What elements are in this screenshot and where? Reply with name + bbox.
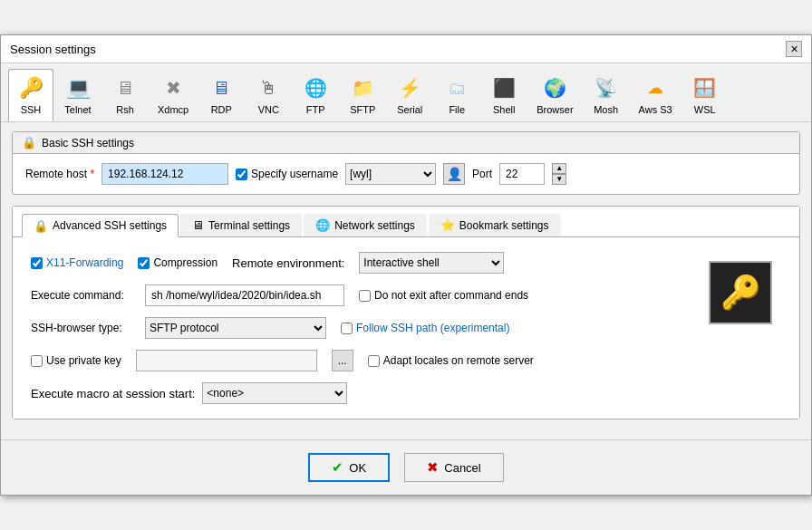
session-settings-dialog: Session settings ✕ 🔑 SSH 💻 Telnet 🖥 Rsh … <box>0 34 812 496</box>
main-content: 🔒 Basic SSH settings Remote host * Speci… <box>1 122 811 439</box>
proto-telnet[interactable]: 💻 Telnet <box>55 69 101 121</box>
macro-label: Execute macro at session start: <box>31 387 195 400</box>
proto-telnet-label: Telnet <box>64 104 91 115</box>
x11-checkbox-label[interactable]: X11-Forwarding <box>31 256 123 269</box>
proto-shell-label: Shell <box>493 104 515 115</box>
private-key-input[interactable] <box>136 350 317 371</box>
private-key-browse-button[interactable]: ... <box>332 350 353 371</box>
specify-username-checkbox[interactable] <box>236 169 247 180</box>
proto-xdmcp[interactable]: ✖ Xdmcp <box>150 69 197 121</box>
execute-cmd-label: Execute command: <box>31 289 130 302</box>
ssh-browser-select[interactable]: SFTP protocol SCP protocol <box>145 317 326 339</box>
file-icon: 🗂 <box>442 73 471 102</box>
remote-host-input[interactable] <box>102 163 228 185</box>
user-icon-button[interactable]: 👤 <box>443 163 465 185</box>
advanced-content: X11-Forwarding Compression Remote enviro… <box>13 237 799 419</box>
adv-row-4: Use private key ... Adapt locales on rem… <box>31 350 694 371</box>
network-icon: 🌐 <box>315 218 330 232</box>
specify-username-label: Specify username <box>251 168 338 180</box>
proto-rdp-label: RDP <box>211 104 232 115</box>
proto-browser-label: Browser <box>536 104 573 115</box>
basic-ssh-header: 🔒 Basic SSH settings <box>13 132 799 154</box>
execute-cmd-input[interactable] <box>145 284 344 306</box>
title-bar: Session settings ✕ <box>1 35 811 63</box>
tab-terminal[interactable]: 🖥 Terminal settings <box>180 214 302 236</box>
tab-bookmark-label: Bookmark settings <box>459 219 549 232</box>
proto-ssh[interactable]: 🔑 SSH <box>8 69 53 121</box>
proto-ftp[interactable]: 🌐 FTP <box>293 69 338 121</box>
proto-ssh-label: SSH <box>21 104 42 115</box>
proto-vnc[interactable]: 🖱 VNC <box>246 69 291 121</box>
proto-mosh[interactable]: 📡 Mosh <box>584 69 629 121</box>
key-image-area: 🔑 <box>709 261 772 324</box>
follow-ssh-label: Follow SSH path (experimental) <box>356 322 509 334</box>
proto-browser[interactable]: 🌍 Browser <box>528 69 581 121</box>
compression-checkbox-label[interactable]: Compression <box>138 256 218 269</box>
compression-checkbox[interactable] <box>138 257 150 269</box>
shell-icon: ⬛ <box>489 73 518 102</box>
basic-ssh-section: 🔒 Basic SSH settings Remote host * Speci… <box>12 131 800 195</box>
ok-button[interactable]: ✔ OK <box>308 453 390 482</box>
proto-ftp-label: FTP <box>306 104 325 115</box>
ok-label: OK <box>349 461 366 475</box>
xdmcp-icon: ✖ <box>159 73 188 102</box>
cancel-button[interactable]: ✖ Cancel <box>404 453 503 482</box>
username-select[interactable]: [wyl] <box>345 163 436 185</box>
port-down-button[interactable]: ▼ <box>552 174 566 185</box>
remote-env-select[interactable]: Interactive shell Custom command <box>359 252 504 274</box>
remote-host-label: Remote host * <box>25 168 94 180</box>
cancel-label: Cancel <box>444 461 480 475</box>
proto-serial-label: Serial <box>397 104 422 115</box>
ssh-icon: 🔑 <box>16 73 45 102</box>
proto-file-label: File <box>449 104 465 115</box>
aws-icon: ☁ <box>641 73 670 102</box>
port-up-button[interactable]: ▲ <box>552 163 566 174</box>
proto-sftp[interactable]: 📁 SFTP <box>340 69 385 121</box>
telnet-icon: 💻 <box>63 73 92 102</box>
basic-ssh-title: Basic SSH settings <box>42 137 134 149</box>
proto-file[interactable]: 🗂 File <box>434 69 479 121</box>
x11-forwarding-checkbox[interactable] <box>31 257 43 269</box>
adv-row-2: Execute command: Do not exit after comma… <box>31 284 694 306</box>
adapt-locales-label: Adapt locales on remote server <box>383 354 534 367</box>
sftp-icon: 📁 <box>348 73 377 102</box>
macro-row: Execute macro at session start: <none> <box>31 382 694 404</box>
close-button[interactable]: ✕ <box>786 41 802 57</box>
key-icon: 🔑 <box>720 274 761 312</box>
cancel-x-icon: ✖ <box>427 459 439 476</box>
port-label: Port <box>472 168 492 180</box>
adv-row-1: X11-Forwarding Compression Remote enviro… <box>31 252 694 274</box>
specify-username-checkbox-label[interactable]: Specify username <box>236 168 338 180</box>
proto-wsl[interactable]: 🪟 WSL <box>682 69 728 121</box>
proto-aws-label: Aws S3 <box>639 104 672 115</box>
macro-select[interactable]: <none> <box>202 382 347 404</box>
proto-aws-s3[interactable]: ☁ Aws S3 <box>631 69 681 121</box>
port-input[interactable] <box>499 163 545 185</box>
do-not-exit-checkbox-label[interactable]: Do not exit after command ends <box>359 289 528 302</box>
remote-env-label: Remote environment: <box>232 256 344 270</box>
adv-row-3: SSH-browser type: SFTP protocol SCP prot… <box>31 317 694 339</box>
proto-sftp-label: SFTP <box>350 104 375 115</box>
tab-advanced-ssh[interactable]: 🔒 Advanced SSH settings <box>22 214 179 237</box>
adapt-locales-checkbox-label[interactable]: Adapt locales on remote server <box>368 354 534 367</box>
proto-serial[interactable]: ⚡ Serial <box>387 69 432 121</box>
tab-network[interactable]: 🌐 Network settings <box>304 214 427 236</box>
use-private-key-label[interactable]: Use private key <box>31 354 121 367</box>
tab-advanced-ssh-label: Advanced SSH settings <box>53 219 167 232</box>
button-row: ✔ OK ✖ Cancel <box>1 439 811 495</box>
browser-icon: 🌍 <box>540 73 569 102</box>
use-private-key-checkbox[interactable] <box>31 355 43 367</box>
proto-shell[interactable]: ⬛ Shell <box>481 69 527 121</box>
proto-rsh[interactable]: 🖥 Rsh <box>102 69 148 121</box>
adapt-locales-checkbox[interactable] <box>368 355 380 367</box>
follow-ssh-checkbox[interactable] <box>341 323 353 334</box>
do-not-exit-label: Do not exit after command ends <box>374 289 528 302</box>
adv-left-column: X11-Forwarding Compression Remote enviro… <box>31 252 694 404</box>
do-not-exit-checkbox[interactable] <box>359 290 371 302</box>
ssh-browser-label: SSH-browser type: <box>31 322 130 334</box>
tab-bookmark[interactable]: ⭐ Bookmark settings <box>429 214 561 236</box>
proto-rdp[interactable]: 🖥 RDP <box>198 69 244 121</box>
follow-ssh-checkbox-label[interactable]: Follow SSH path (experimental) <box>341 322 509 334</box>
basic-ssh-icon: 🔒 <box>22 136 36 149</box>
proto-wsl-label: WSL <box>694 104 716 115</box>
